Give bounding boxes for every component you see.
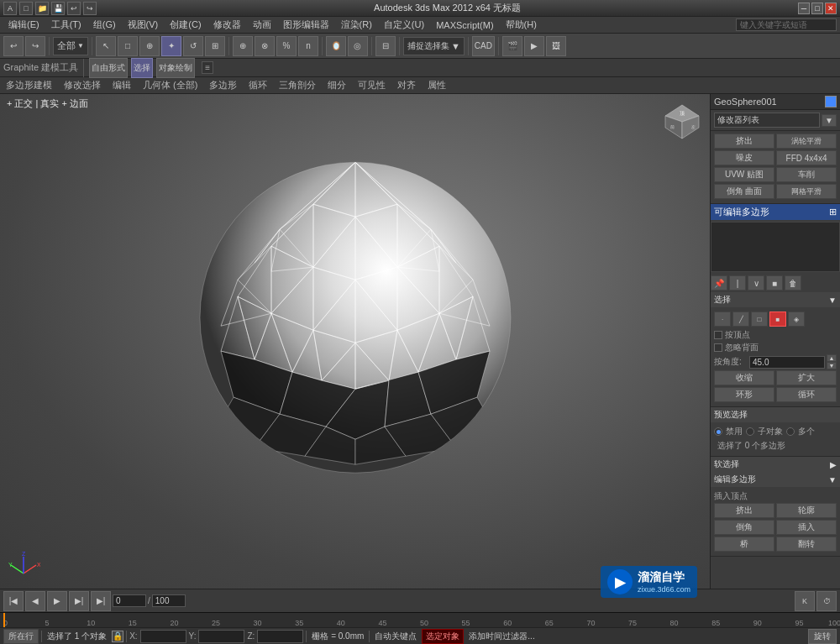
percent-snap-btn[interactable]: %: [276, 36, 297, 56]
insert-btn[interactable]: 插入: [776, 520, 837, 535]
z-field[interactable]: [257, 630, 303, 643]
render-view-btn[interactable]: 🖼: [546, 36, 566, 56]
vertex-mode-btn[interactable]: ·: [714, 312, 731, 327]
triangulate-tab[interactable]: 三角剖分: [276, 78, 318, 92]
grow-btn[interactable]: 扩大: [776, 370, 837, 385]
spinner-snap-btn[interactable]: n: [298, 36, 318, 56]
menu-group[interactable]: 组(G): [88, 18, 121, 32]
graphite-options[interactable]: ≡: [202, 61, 213, 74]
new-icon[interactable]: □: [19, 2, 33, 15]
auto-key-btn[interactable]: 选定对象: [422, 629, 464, 644]
undo-icon[interactable]: ↩: [67, 2, 81, 15]
disable-radio[interactable]: [714, 427, 722, 436]
mode-indicator[interactable]: 所在行: [3, 629, 39, 644]
render-btn[interactable]: ▶: [524, 36, 544, 56]
rotate-btn[interactable]: ↺: [183, 36, 203, 56]
object-color-swatch[interactable]: [825, 96, 837, 107]
select-tab[interactable]: 选择: [131, 58, 153, 78]
select-tool-btn[interactable]: ↖: [96, 36, 116, 56]
current-frame-field[interactable]: 0: [113, 594, 146, 607]
freeform-tab[interactable]: 自由形式: [89, 58, 128, 78]
border-mode-btn[interactable]: □: [751, 312, 768, 327]
menu-help[interactable]: 帮助(H): [501, 18, 542, 32]
time-config-btn[interactable]: ⏱: [816, 591, 837, 611]
angle-field[interactable]: [749, 356, 825, 369]
active-modifier-header[interactable]: 可编辑多边形 ⊞: [711, 204, 840, 220]
ring-btn[interactable]: 环形: [714, 387, 774, 402]
poly-tab[interactable]: 多边形: [207, 78, 239, 92]
trash-btn[interactable]: 🗑: [785, 275, 801, 291]
config-btn[interactable]: ■: [766, 275, 783, 291]
menu-create[interactable]: 创建(C): [165, 18, 206, 32]
align-tab[interactable]: 对齐: [395, 78, 418, 92]
view-selector[interactable]: 全部 ▼: [53, 37, 88, 55]
vertex-btn[interactable]: ∨: [748, 275, 764, 291]
menu-render[interactable]: 渲染(R): [336, 18, 377, 32]
geometry-all-tab[interactable]: 几何体 (全部): [140, 78, 200, 92]
modifier-dropdown[interactable]: 修改器列表: [714, 113, 820, 128]
modify-select-tab[interactable]: 修改选择: [61, 78, 103, 92]
redo-btn[interactable]: ↪: [25, 36, 45, 56]
element-mode-btn[interactable]: ◈: [788, 312, 805, 327]
open-icon[interactable]: 📁: [35, 2, 49, 15]
extrude-quick-btn[interactable]: 挤出: [714, 134, 774, 149]
flip-btn[interactable]: 翻转: [776, 537, 837, 552]
soft-select-title[interactable]: 软选择 ▶: [711, 457, 840, 472]
pin-icon-btn[interactable]: 📌: [711, 275, 727, 291]
edit-poly-title[interactable]: 编辑多边形 ▼: [711, 472, 840, 487]
key-mode-btn[interactable]: K: [795, 591, 815, 611]
meshsmooth-quick-btn[interactable]: 网格平滑: [776, 184, 837, 199]
snap-toggle-btn[interactable]: ⊕: [233, 36, 253, 56]
go-end-btn[interactable]: ▶|: [91, 591, 111, 611]
shape-keys-btn[interactable]: |: [729, 275, 746, 291]
search-box[interactable]: [736, 18, 837, 31]
select-section-title[interactable]: 选择 ▼: [711, 292, 840, 307]
angle-down-btn[interactable]: ▼: [827, 362, 837, 369]
total-frames-field[interactable]: 100: [152, 594, 186, 607]
edge-mode-btn[interactable]: ╱: [732, 312, 749, 327]
bevel-quick-btn[interactable]: 倒角 曲面: [714, 184, 774, 199]
lasso-btn[interactable]: ⊕: [139, 36, 160, 56]
lock-icon[interactable]: 🔒: [112, 631, 123, 642]
scale-btn[interactable]: ⊞: [205, 36, 225, 56]
visibility-tab[interactable]: 可见性: [355, 78, 388, 92]
lathe-quick-btn[interactable]: 车削: [776, 167, 837, 182]
poly-modeling-tab[interactable]: 多边形建模: [3, 78, 55, 92]
shrink-btn[interactable]: 收缩: [714, 370, 774, 385]
angle-up-btn[interactable]: ▲: [827, 354, 837, 362]
angle-snap-btn[interactable]: ⊗: [255, 36, 275, 56]
multi-radio[interactable]: [786, 427, 795, 436]
y-field[interactable]: [198, 630, 244, 643]
menu-edit[interactable]: 编辑(E): [3, 18, 45, 32]
layer-btn[interactable]: ⊟: [375, 36, 396, 56]
sub-object-radio[interactable]: [746, 427, 754, 436]
loop-tab[interactable]: 循环: [246, 78, 270, 92]
cad-btn[interactable]: CAD: [472, 36, 495, 56]
viewport[interactable]: + 正交 | 真实 + 边面 顶 前 左: [0, 94, 710, 589]
select-set-dropdown[interactable]: 捕捉选择集 ▼: [403, 37, 465, 55]
go-start-btn[interactable]: |◀: [3, 591, 24, 611]
minimize-button[interactable]: ─: [798, 3, 810, 14]
menu-animation[interactable]: 动画: [248, 18, 276, 32]
menu-graph-editor[interactable]: 图形编辑器: [278, 18, 334, 32]
subdivide-tab[interactable]: 细分: [325, 78, 349, 92]
modifier-dropdown-arrow-icon[interactable]: ▼: [822, 114, 837, 127]
bevel-poly-btn[interactable]: 倒角: [714, 520, 774, 535]
loop-btn[interactable]: 循环: [776, 387, 837, 402]
redo-icon[interactable]: ↪: [83, 2, 97, 15]
render-setup-btn[interactable]: 🎬: [502, 36, 522, 56]
select-region-btn[interactable]: □: [118, 36, 138, 56]
maximize-button[interactable]: □: [811, 3, 823, 14]
navigation-cube[interactable]: 顶 前 左: [661, 101, 703, 143]
x-field[interactable]: [140, 630, 186, 643]
by-vertex-checkbox[interactable]: [714, 331, 722, 339]
mirror-btn[interactable]: 🪞: [326, 36, 346, 56]
preview-select-title[interactable]: 预览选择: [711, 407, 840, 422]
poly-mode-btn[interactable]: ■: [769, 312, 786, 327]
edit-tab[interactable]: 编辑: [110, 78, 134, 92]
angle-spinner[interactable]: ▲ ▼: [827, 354, 837, 369]
obj-paint-tab[interactable]: 对象绘制: [156, 58, 195, 78]
ffd-quick-btn[interactable]: FFD 4x4x4: [776, 150, 837, 165]
prev-frame-btn[interactable]: ◀: [25, 591, 45, 611]
menu-maxscript[interactable]: MAXScript(M): [431, 19, 498, 31]
